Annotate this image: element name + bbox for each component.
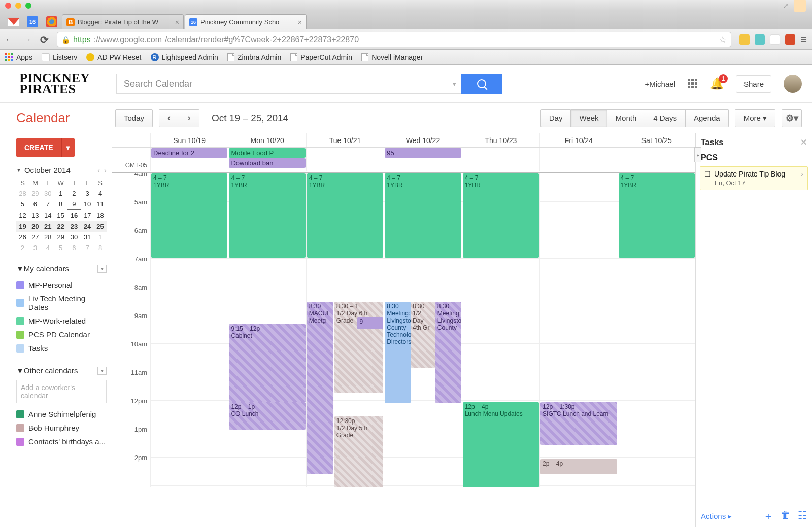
allday-event[interactable]: Download ban (229, 158, 305, 168)
extension-icon[interactable] (785, 34, 795, 45)
event[interactable]: 8:30Meeting: Livingston County (435, 302, 461, 403)
allday-event[interactable]: 95 (385, 148, 461, 158)
event[interactable]: 4 – 71YBR (229, 173, 305, 258)
calendar-item[interactable]: Contacts' birthdays a... (16, 435, 107, 448)
mini-day[interactable]: 28 (16, 188, 29, 199)
event[interactable]: 12p – 1pCO Lunch (229, 402, 305, 430)
mini-day[interactable]: 31 (81, 232, 94, 242)
tasks-list-name[interactable]: PCS (696, 151, 812, 164)
calendar-item[interactable]: MP-Work-related (16, 314, 107, 328)
close-tab-icon[interactable]: × (175, 18, 179, 26)
view-day[interactable]: Day (540, 109, 571, 127)
more-button[interactable]: More ▾ (735, 109, 775, 127)
chrome-menu-icon[interactable]: ≡ (800, 33, 807, 46)
calendar-item[interactable]: MP-Personal (16, 278, 107, 292)
mini-day[interactable]: 8 (54, 199, 67, 210)
app-logo[interactable]: PINCKNEYPIRATES (0, 66, 109, 101)
allday-sat[interactable] (618, 148, 695, 171)
mini-day[interactable]: 19 (16, 221, 29, 232)
mini-day[interactable]: 25 (94, 221, 107, 232)
day-column-tue[interactable]: 4 – 71YBR8:30MACUL Meetg8:30 – 11/2 Day … (306, 173, 384, 487)
expand-icon[interactable]: ⤢ (783, 2, 789, 10)
mini-day[interactable]: 30 (67, 232, 81, 242)
allday-fri[interactable] (539, 148, 617, 171)
mini-day[interactable]: 17 (81, 210, 94, 221)
day-header[interactable]: Thu 10/23 (462, 133, 539, 147)
task-item[interactable]: ☐Update Pirate Tip Blog› Fri, Oct 17 (700, 166, 808, 190)
mini-day[interactable]: 18 (94, 210, 107, 221)
view-week[interactable]: Week (571, 109, 607, 127)
chevron-right-icon[interactable]: › (801, 170, 803, 178)
mini-day[interactable]: 9 (67, 199, 81, 210)
create-dropdown[interactable]: ▼ (61, 138, 75, 157)
bookmark-zimbra[interactable]: Zimbra Admin (227, 53, 281, 61)
mini-day[interactable]: 24 (81, 221, 94, 232)
event[interactable]: 4 – 71YBR (463, 173, 539, 258)
mini-day[interactable]: 21 (42, 221, 54, 232)
forward-button[interactable]: → (22, 35, 31, 44)
collapse-icon[interactable]: ▼ (16, 167, 21, 173)
address-bar[interactable]: 🔒 https://www.google.com/calendar/render… (57, 32, 731, 47)
mini-day[interactable]: 4 (94, 188, 107, 199)
allday-mon[interactable]: Mobile Food P Download ban (228, 148, 306, 171)
calendar-item[interactable]: PCS PD Calendar (16, 328, 107, 341)
minimize-window-button[interactable] (15, 3, 21, 9)
event[interactable]: 8:30MACUL Meetg (307, 302, 333, 474)
bookmark-novell[interactable]: Novell iManager (361, 53, 423, 61)
section-menu[interactable]: ▾ (97, 265, 107, 273)
mini-day[interactable]: 2 (67, 188, 81, 199)
mini-day[interactable]: 13 (29, 210, 42, 221)
collapse-tasks-handle[interactable]: ▸ (694, 147, 701, 162)
event[interactable]: 8:301/2 Day 4th Gr (411, 302, 435, 368)
event[interactable]: 4 – 71YBR (385, 173, 461, 258)
add-coworker-input[interactable]: Add a coworker's calendar (16, 380, 107, 403)
tab-pcs-active[interactable]: 16 Pinckney Community Scho × (185, 14, 307, 29)
mini-day[interactable]: 30 (42, 188, 54, 199)
mini-day[interactable]: 3 (29, 242, 42, 253)
calendar-item[interactable]: Anne Schimelpfenig (16, 407, 107, 421)
calendar-item[interactable]: Liv Tech Meeting Dates (16, 292, 107, 314)
mini-day[interactable]: 29 (54, 232, 67, 242)
close-tab-icon[interactable]: × (298, 18, 302, 26)
mini-day[interactable]: 27 (29, 232, 42, 242)
close-tasks-icon[interactable]: ✕ (800, 137, 807, 147)
settings-button[interactable]: ⚙ ▾ (782, 109, 802, 127)
mini-day[interactable]: 29 (29, 188, 42, 199)
mini-day[interactable]: 4 (42, 242, 54, 253)
mini-day[interactable]: 20 (29, 221, 42, 232)
collapse-icon[interactable]: ▼ (16, 264, 24, 273)
event[interactable]: 8:30Meeting: Livingston County Technolog… (385, 302, 411, 403)
day-column-wed[interactable]: 4 – 71YBR8:30Meeting: Livingston County … (384, 173, 461, 487)
day-column-fri[interactable]: 12p – 1:30pSIGTC Lunch and Learn2p – 4p (539, 173, 617, 487)
mini-prev[interactable]: ‹ (97, 166, 100, 174)
create-button[interactable]: CREATE (16, 138, 61, 157)
back-button[interactable]: ← (5, 35, 14, 44)
share-button[interactable]: Share (736, 75, 771, 93)
today-button[interactable]: Today (115, 109, 153, 127)
event[interactable]: 2p – 4p (540, 459, 617, 474)
allday-tue[interactable] (306, 148, 384, 171)
bookmark-listserv[interactable]: Listserv (42, 53, 77, 61)
allday-sun[interactable]: Deadline for 2 (150, 148, 228, 171)
mini-day[interactable]: 7 (42, 199, 54, 210)
event[interactable]: 9:15 – 12pCabinet (229, 324, 305, 402)
event[interactable]: 12p – 1:30pSIGTC Lunch and Learn (540, 402, 617, 445)
mini-day[interactable]: 14 (42, 210, 54, 221)
mini-day[interactable]: 8 (94, 242, 107, 253)
section-menu[interactable]: ▾ (97, 367, 107, 375)
notifications-bell[interactable]: 🔔1 (710, 77, 724, 90)
extension-icon[interactable] (739, 34, 750, 45)
next-period-button[interactable]: › (179, 109, 199, 127)
profile-icon[interactable] (794, 0, 806, 12)
tab-gmail[interactable] (4, 14, 22, 29)
allday-event[interactable]: Deadline for 2 (151, 148, 227, 158)
extension-icon[interactable] (770, 34, 780, 45)
event[interactable]: 8:30 – 11/2 Day 6th Grade (334, 302, 384, 393)
bookmark-adpw[interactable]: AD PW Reset (86, 53, 141, 61)
mini-day[interactable]: 2 (16, 242, 29, 253)
mini-day[interactable]: 3 (81, 188, 94, 199)
search-input[interactable]: Search Calendar (116, 74, 447, 94)
bookmark-lightspeed[interactable]: RLightspeed Admin (151, 53, 218, 61)
close-window-button[interactable] (5, 3, 11, 9)
extension-icon[interactable] (755, 34, 765, 45)
